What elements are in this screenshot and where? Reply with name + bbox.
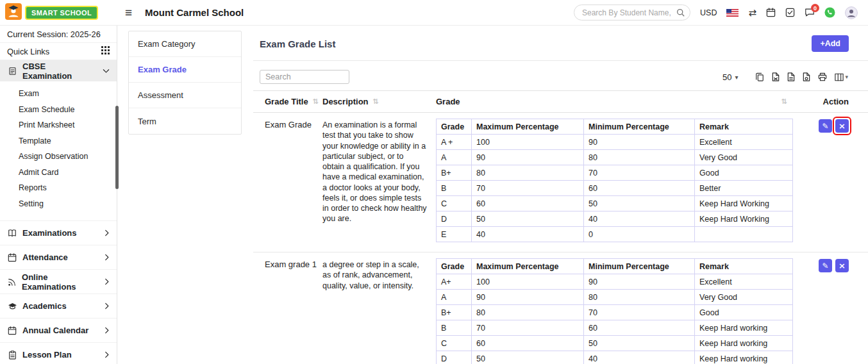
grade-cell-wrap: GradeMaximum PercentageMinimum Percentag… xyxy=(436,119,792,242)
signal-icon xyxy=(7,277,17,286)
grade-cell: 40 xyxy=(584,351,695,364)
delete-button[interactable]: × xyxy=(835,119,849,133)
search-icon[interactable] xyxy=(676,8,685,19)
edit-button[interactable]: ✎ xyxy=(819,259,832,272)
whatsapp-icon[interactable] xyxy=(824,7,835,18)
sidebar-subitem-admit-card[interactable]: Admit Card xyxy=(0,165,117,181)
col-grade[interactable]: Grade ⇅ xyxy=(436,97,792,106)
chevron-right-icon xyxy=(104,254,110,261)
sidebar-subitem-print-marksheet[interactable]: Print Marksheet xyxy=(0,117,117,133)
grade-cell: Very Good xyxy=(695,290,793,305)
calendar-icon[interactable] xyxy=(766,8,776,17)
grade-row: C6050Keep Hard working xyxy=(437,336,793,351)
sort-icon[interactable]: ⇅ xyxy=(313,97,319,106)
grade-row: C6050Keep Hard Working xyxy=(437,196,793,211)
us-flag-icon[interactable] xyxy=(726,9,739,17)
sidebar-section-label: Annual Calendar xyxy=(22,326,88,335)
calendar-icon xyxy=(7,253,17,262)
swap-icon[interactable]: ⇄ xyxy=(748,7,756,19)
tasks-icon[interactable] xyxy=(785,8,795,17)
sidebar-item-attendance[interactable]: Attendance xyxy=(0,245,117,270)
grade-cell: Keep Hard working xyxy=(695,351,793,364)
sidebar-item-annual-calendar[interactable]: Annual Calendar xyxy=(0,318,117,343)
graduation-cap-icon xyxy=(7,302,17,310)
sidebar-subitem-template[interactable]: Template xyxy=(0,133,117,149)
sidebar-subitem-exam[interactable]: Exam xyxy=(0,86,117,102)
edit-button[interactable]: ✎ xyxy=(819,119,832,133)
session-label: Current Session: 2025-26 xyxy=(0,26,117,43)
grid-icon[interactable] xyxy=(101,46,110,56)
grade-cell: Good xyxy=(695,305,793,320)
col-grade-title[interactable]: Grade Title ⇅ xyxy=(265,97,322,106)
grade-cell: B+ xyxy=(437,165,472,181)
sidebar-subitem-reports[interactable]: Reports xyxy=(0,180,117,196)
grade-cell: 50 xyxy=(584,336,695,351)
grade-cell: 90 xyxy=(584,135,695,150)
grade-cell: B xyxy=(437,181,472,196)
sidebar-item-lesson-plan[interactable]: Lesson Plan xyxy=(0,343,117,364)
add-button[interactable]: +Add xyxy=(812,35,849,52)
menu-icon[interactable]: ≡ xyxy=(125,6,132,19)
student-search xyxy=(574,4,690,21)
print-icon[interactable] xyxy=(817,72,828,81)
excel-file-icon[interactable] xyxy=(771,72,780,81)
page-size-select[interactable]: 50 ▾ xyxy=(722,72,739,82)
grade-cell: 80 xyxy=(584,290,695,305)
submenu-item-term[interactable]: Term xyxy=(129,108,241,134)
sidebar-item-academics[interactable]: Academics xyxy=(0,294,117,318)
grade-cell: B+ xyxy=(437,305,472,320)
sidebar-subitem-setting[interactable]: Setting xyxy=(0,196,117,212)
grade-cell: Excellent xyxy=(695,135,793,150)
chevron-right-icon xyxy=(104,278,110,285)
grade-cell: 80 xyxy=(472,165,584,181)
submenu-item-exam-category[interactable]: Exam Category xyxy=(129,31,241,57)
sidebar-item-cbse-examination[interactable]: CBSE Examination xyxy=(0,60,117,81)
grade-cell: E xyxy=(437,227,472,242)
sort-icon[interactable]: ⇅ xyxy=(373,97,379,106)
submenu-item-exam-grade[interactable]: Exam Grade xyxy=(129,57,241,83)
action-cell: ✎ × xyxy=(792,119,849,133)
sidebar-scrollbar[interactable] xyxy=(115,106,119,189)
csv-file-icon[interactable] xyxy=(787,72,796,81)
delete-button[interactable]: × xyxy=(835,259,849,272)
avatar[interactable] xyxy=(845,6,858,19)
description-cell: An examination is a formal test that you… xyxy=(322,119,436,224)
subtable-header: Minimum Percentage xyxy=(584,259,695,274)
student-search-input[interactable] xyxy=(574,4,690,21)
subtable-header: Grade xyxy=(437,259,472,274)
grade-row: A9080Very Good xyxy=(437,150,793,165)
sidebar-section-label: Academics xyxy=(22,301,67,311)
submenu-item-assessment[interactable]: Assessment xyxy=(129,83,241,108)
grade-cell: 50 xyxy=(472,351,584,364)
school-name: Mount Carmel School xyxy=(145,7,244,18)
copy-icon[interactable] xyxy=(755,72,765,81)
action-cell: ✎ × xyxy=(792,258,849,272)
main-header: Exam Grade List +Add xyxy=(253,26,868,61)
grade-cell: C xyxy=(437,196,472,211)
quick-links[interactable]: Quick Links xyxy=(0,43,117,60)
subtable-header: Remark xyxy=(695,259,793,274)
table-row: Exam Grade An examination is a formal te… xyxy=(253,113,868,252)
sidebar-subitem-assign-observation[interactable]: Assign Observation xyxy=(0,149,117,165)
document-icon xyxy=(7,67,17,76)
sidebar-item-online-examinations[interactable]: Online Examinations xyxy=(0,270,117,294)
chat-icon[interactable]: 0 xyxy=(805,8,815,17)
grade-cell: 80 xyxy=(472,305,584,320)
table-search-input[interactable] xyxy=(260,70,349,84)
sidebar-item-examinations[interactable]: Examinations xyxy=(0,221,117,245)
notification-badge: 0 xyxy=(811,4,819,12)
grade-cell: Keep Hard Working xyxy=(695,211,793,227)
sidebar-subitem-exam-schedule[interactable]: Exam Schedule xyxy=(0,102,117,118)
sort-icon[interactable]: ⇅ xyxy=(781,97,787,106)
app-logo[interactable]: SMART SCHOOL xyxy=(0,3,119,22)
currency-label[interactable]: USD xyxy=(700,8,717,17)
sidebar-sections: Examinations Attendance Online Examinati… xyxy=(0,220,117,364)
col-description[interactable]: Description ⇅ xyxy=(322,97,436,106)
subtable-header: Grade xyxy=(437,119,472,135)
grade-cell: B xyxy=(437,320,472,336)
pdf-file-icon[interactable] xyxy=(802,72,811,81)
column-visibility-icon[interactable]: ▾ xyxy=(834,73,849,81)
grade-cell: 50 xyxy=(584,196,695,211)
grade-row: B7060Keep Hard working xyxy=(437,320,793,336)
grade-cell: 90 xyxy=(472,150,584,165)
